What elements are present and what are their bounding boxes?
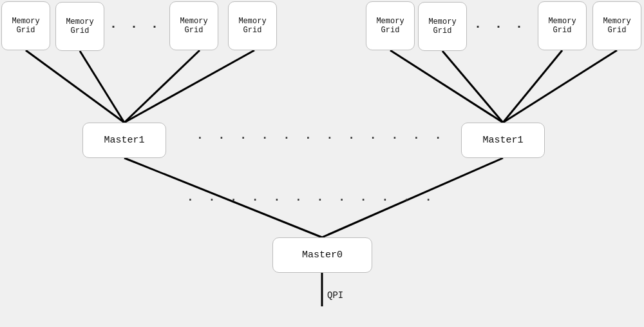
dots-top-right: · · · [474,19,526,34]
memory-grid-l3: MemoryGrid [169,1,218,50]
dots-master1-middle: · · · · · · · · · · · · [196,132,445,144]
memory-grid-l2: MemoryGrid [55,2,104,51]
svg-line-7 [503,50,617,123]
dots-bottom-middle: · · · · · · · · · · · · [187,193,435,206]
qpi-label: QPI [327,290,343,301]
master0: Master0 [272,237,372,273]
memory-grid-r3: MemoryGrid [538,1,587,50]
svg-line-0 [26,50,124,123]
memory-grid-l1: MemoryGrid [1,1,50,50]
memory-grid-l4: MemoryGrid [228,1,277,50]
svg-line-1 [80,51,124,123]
memory-grid-r1: MemoryGrid [366,1,415,50]
dots-top-left: · · · [109,19,161,34]
svg-line-6 [503,50,562,123]
memory-grid-r2: MemoryGrid [418,2,467,51]
memory-grid-r4: MemoryGrid [592,1,641,50]
svg-line-4 [390,50,503,123]
master1-left: Master1 [82,123,166,158]
master1-right: Master1 [461,123,545,158]
svg-line-5 [442,51,503,123]
